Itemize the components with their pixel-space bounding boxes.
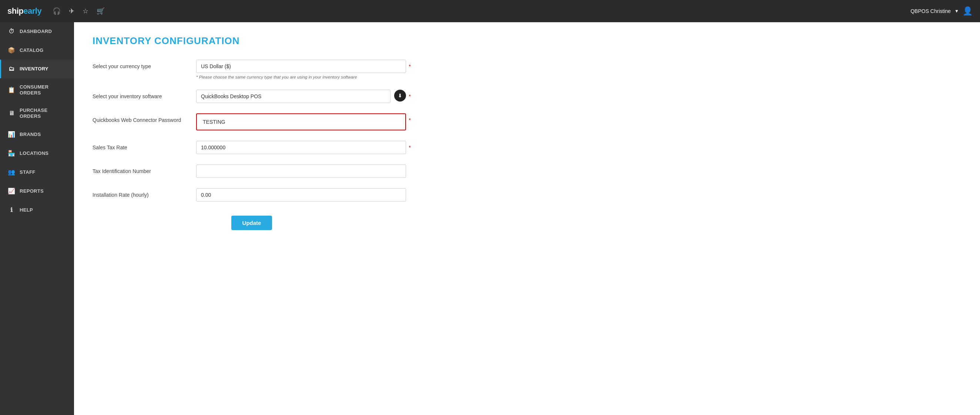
- currency-row: Select your currency type US Dollar ($) …: [92, 60, 411, 79]
- download-button[interactable]: ⬇: [394, 90, 406, 102]
- sidebar-item-consumer-orders[interactable]: 📋 CONSUMER ORDERS: [0, 78, 74, 102]
- sidebar-item-catalog[interactable]: 📦 CATALOG: [0, 41, 74, 60]
- sidebar-item-reports[interactable]: 📈 REPORTS: [0, 182, 74, 201]
- sidebar-label-consumer-orders: CONSUMER ORDERS: [20, 84, 67, 96]
- dashboard-icon: ⏱: [8, 28, 15, 35]
- currency-select[interactable]: US Dollar ($) Euro (€) British Pound (£)…: [196, 60, 406, 73]
- install-rate-row: Installation Rate (hourly) *: [92, 188, 411, 201]
- update-button[interactable]: Update: [231, 215, 272, 230]
- user-dropdown-arrow[interactable]: ▼: [955, 8, 959, 14]
- sales-tax-control: [196, 141, 406, 154]
- software-required: *: [409, 90, 411, 99]
- currency-control: US Dollar ($) Euro (€) British Pound (£)…: [196, 60, 406, 79]
- headset-icon[interactable]: 🎧: [52, 7, 61, 15]
- rocket-icon[interactable]: ✈: [69, 7, 75, 15]
- locations-icon: 🏪: [8, 150, 15, 157]
- install-rate-label: Installation Rate (hourly): [92, 188, 196, 198]
- sidebar-label-catalog: CATALOG: [20, 48, 43, 53]
- star-icon[interactable]: ☆: [83, 7, 89, 15]
- sidebar-item-brands[interactable]: 📊 BRANDS: [0, 125, 74, 144]
- staff-icon: 👥: [8, 169, 15, 176]
- cart-icon[interactable]: 🛒: [97, 7, 105, 15]
- sales-tax-input[interactable]: [196, 141, 406, 154]
- sidebar-label-purchase-orders: PURCHASE ORDERS: [20, 107, 67, 119]
- inventory-config-form: Select your currency type US Dollar ($) …: [92, 60, 411, 230]
- sidebar-label-brands: BRANDS: [20, 131, 41, 137]
- sales-tax-label: Sales Tax Rate: [92, 141, 196, 150]
- software-control: QuickBooks Desktop POS QuickBooks Online…: [196, 90, 390, 103]
- button-row: Update: [92, 212, 411, 230]
- currency-hint: * Please choose the same currency type t…: [196, 75, 406, 79]
- sidebar-label-help: HELP: [20, 207, 33, 213]
- sidebar-label-reports: REPORTS: [20, 188, 44, 194]
- sales-tax-required: *: [409, 141, 411, 150]
- sidebar-item-staff[interactable]: 👥 STAFF: [0, 163, 74, 182]
- page-title: INVENTORY CONFIGURATION: [92, 35, 961, 47]
- tax-id-row: Tax Identification Number *: [92, 164, 411, 178]
- sidebar-item-inventory[interactable]: 🗂 INVENTORY: [0, 60, 74, 78]
- sales-tax-row: Sales Tax Rate *: [92, 141, 411, 154]
- brands-icon: 📊: [8, 131, 15, 138]
- tax-id-input[interactable]: [196, 164, 406, 178]
- user-avatar-icon[interactable]: 👤: [963, 6, 973, 16]
- currency-required: *: [409, 60, 411, 69]
- sidebar-item-help[interactable]: ℹ HELP: [0, 201, 74, 219]
- sidebar-item-locations[interactable]: 🏪 LOCATIONS: [0, 144, 74, 163]
- software-label: Select your inventory software: [92, 90, 196, 99]
- layout: ⏱ DASHBOARD 📦 CATALOG 🗂 INVENTORY 📋 CONS…: [0, 22, 980, 415]
- inventory-icon: 🗂: [8, 65, 15, 72]
- user-name: QBPOS Christine: [910, 8, 951, 14]
- qb-password-input[interactable]: [198, 116, 404, 128]
- logo-early: early: [23, 6, 41, 16]
- software-select[interactable]: QuickBooks Desktop POS QuickBooks Online…: [196, 90, 390, 103]
- consumer-orders-icon: 📋: [8, 86, 15, 93]
- logo-ship: ship: [7, 6, 23, 16]
- catalog-icon: 📦: [8, 47, 15, 54]
- main-content: INVENTORY CONFIGURATION Select your curr…: [74, 22, 980, 415]
- qb-password-label: Quickbooks Web Connector Password: [92, 113, 196, 123]
- sidebar-item-purchase-orders[interactable]: 🖥 PURCHASE ORDERS: [0, 102, 74, 125]
- sidebar: ⏱ DASHBOARD 📦 CATALOG 🗂 INVENTORY 📋 CONS…: [0, 22, 74, 415]
- tax-id-label: Tax Identification Number: [92, 164, 196, 174]
- sidebar-label-dashboard: DASHBOARD: [20, 29, 52, 35]
- qb-password-highlighted-wrap: [196, 113, 406, 131]
- qb-password-required: *: [409, 113, 411, 123]
- sidebar-label-locations: LOCATIONS: [20, 150, 48, 156]
- sidebar-label-inventory: INVENTORY: [20, 66, 48, 72]
- nav-icons: 🎧 ✈ ☆ 🛒: [52, 7, 105, 15]
- currency-label: Select your currency type: [92, 60, 196, 69]
- software-row: Select your inventory software QuickBook…: [92, 90, 411, 103]
- top-nav: shipearly 🎧 ✈ ☆ 🛒 QBPOS Christine ▼ 👤: [0, 0, 980, 22]
- help-icon: ℹ: [8, 206, 15, 214]
- reports-icon: 📈: [8, 187, 15, 195]
- logo: shipearly: [7, 6, 41, 16]
- purchase-orders-icon: 🖥: [8, 110, 15, 117]
- sidebar-item-dashboard[interactable]: ⏱ DASHBOARD: [0, 22, 74, 41]
- tax-id-control: [196, 164, 406, 178]
- install-rate-control: [196, 188, 406, 201]
- top-nav-right: QBPOS Christine ▼ 👤: [910, 6, 973, 16]
- install-rate-input[interactable]: [196, 188, 406, 201]
- sidebar-label-staff: STAFF: [20, 169, 35, 175]
